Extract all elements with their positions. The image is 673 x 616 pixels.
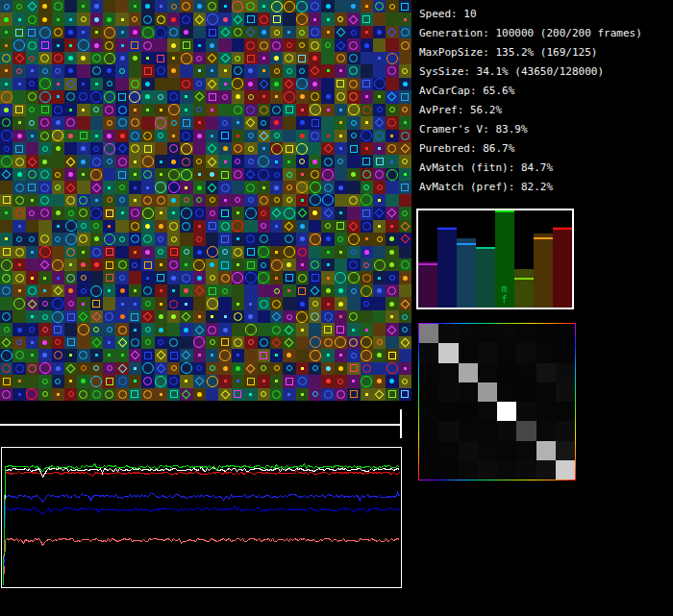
grid-cell — [180, 90, 192, 103]
grid-cell — [386, 284, 398, 297]
organism-circle-s — [261, 391, 266, 397]
grid-cell — [90, 349, 103, 361]
organism-dot-s — [287, 31, 290, 34]
grid-cell — [258, 375, 270, 387]
grid-cell — [335, 323, 347, 335]
organism-dot-s — [339, 109, 342, 111]
grid-cell — [167, 336, 180, 349]
species-bar-cap-green — [495, 210, 514, 212]
grid-cell — [347, 375, 360, 387]
grid-cell — [373, 26, 386, 38]
grid-cell — [52, 78, 64, 90]
organism-square — [28, 29, 36, 37]
grid-cell — [77, 259, 89, 271]
grid-cell — [321, 116, 334, 129]
grid-cell — [0, 142, 12, 155]
grid-cell — [0, 284, 12, 297]
grid-cell — [193, 297, 206, 309]
grid-cell — [103, 246, 115, 259]
organism-diamond — [387, 28, 397, 37]
organism-circle-m — [272, 326, 281, 334]
organism-dot-m — [68, 288, 73, 293]
organism-circle-l — [310, 194, 321, 206]
organism-circle-s — [248, 133, 254, 138]
grid-cell — [26, 323, 38, 335]
grid-cell — [258, 78, 270, 90]
grid-cell — [399, 207, 411, 219]
grid-cell — [180, 64, 192, 77]
organism-dot-s — [160, 263, 162, 266]
grid-cell — [129, 207, 141, 219]
grid-cell — [270, 78, 283, 90]
grid-cell — [321, 155, 334, 167]
organism-circle-s — [248, 339, 254, 345]
grid-cell — [244, 130, 257, 142]
organism-diamond — [182, 351, 191, 360]
grid-cell — [0, 104, 12, 116]
grid-cell — [206, 259, 218, 271]
organism-circle-s — [107, 120, 112, 126]
grid-cell — [399, 246, 411, 259]
grid-cell — [52, 284, 64, 297]
grid-cell — [270, 310, 283, 323]
organism-circle-s — [184, 249, 189, 255]
heatmap-cell — [478, 441, 497, 460]
organism-circle-l — [322, 169, 334, 181]
organism-square — [273, 15, 281, 23]
grid-cell — [64, 194, 77, 207]
grid-cell — [347, 362, 360, 375]
organism-circle-m — [221, 184, 230, 192]
grid-cell — [52, 246, 64, 259]
grid-cell — [347, 207, 360, 219]
organism-circle-l — [78, 324, 89, 335]
grid-cell — [270, 26, 283, 38]
organism-dot-s — [339, 69, 342, 72]
grid-cell — [361, 310, 373, 323]
organism-dot-m — [68, 172, 73, 177]
organism-dot-s — [160, 173, 162, 176]
organism-circle-l — [104, 143, 115, 155]
grid-cell — [180, 168, 192, 181]
grid-cell — [218, 130, 231, 142]
grid-cell — [77, 12, 89, 25]
organism-circle-l — [258, 169, 269, 181]
grid-cell — [335, 310, 347, 323]
organism-circle-l — [155, 182, 166, 193]
grid-cell — [12, 130, 25, 142]
grid-cell — [218, 26, 231, 38]
organism-circle-m — [28, 170, 37, 179]
grid-cell — [26, 220, 38, 233]
species-bar-teal — [476, 247, 495, 308]
organism-dot-s — [95, 31, 98, 34]
grid-cell — [115, 233, 128, 245]
organism-dot-m — [403, 276, 408, 281]
stat-line: Speed: 10 — [419, 5, 642, 24]
heatmap-cell — [556, 421, 575, 440]
grid-cell — [193, 375, 206, 387]
organism-dot-m — [94, 4, 99, 9]
grid-cell — [361, 362, 373, 375]
grid-cell — [155, 310, 167, 323]
organism-circle-l — [245, 208, 257, 219]
organism-dot-s — [108, 354, 111, 357]
grid-cell — [270, 194, 283, 207]
organism-dot-s — [327, 303, 330, 306]
grid-cell — [141, 78, 154, 90]
grid-cell — [167, 90, 180, 103]
grid-cell — [218, 323, 231, 335]
organism-circle-m — [387, 66, 396, 75]
grid-cell — [52, 259, 64, 271]
organism-circle-l — [155, 27, 166, 38]
organism-circle-s — [68, 210, 74, 216]
grid-cell — [77, 388, 89, 401]
organism-circle-m — [105, 41, 113, 50]
grid-cell — [180, 349, 192, 361]
grid-cell — [399, 12, 411, 25]
grid-cell — [90, 0, 103, 12]
grid-cell — [77, 181, 89, 193]
grid-cell — [361, 168, 373, 181]
organism-dot-m — [56, 146, 61, 151]
grid-cell — [347, 259, 360, 271]
organism-dot-s — [134, 5, 137, 8]
grid-cell — [244, 194, 257, 207]
